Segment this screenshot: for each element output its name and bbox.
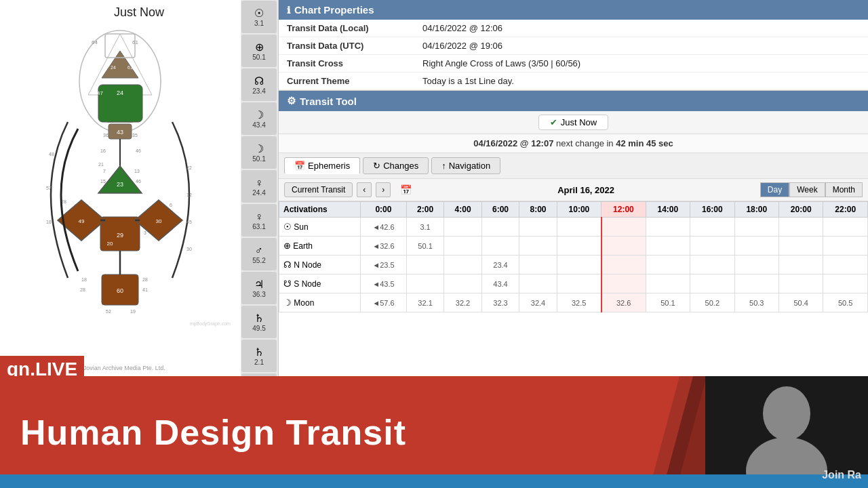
sun-sym: ☉ <box>283 222 292 232</box>
col-22: 22:00 <box>823 202 868 218</box>
svg-text:48: 48 <box>49 152 54 157</box>
sun-22 <box>823 218 868 237</box>
sun-icon: ☉ <box>254 7 264 20</box>
venus2-icon: ♀ <box>255 211 263 223</box>
snode-8 <box>519 274 557 293</box>
svg-text:15: 15 <box>100 179 106 184</box>
transit-header: ⚙ Transit Tool <box>279 91 868 111</box>
nnode-12 <box>601 256 646 274</box>
tab-navigation[interactable]: ↑ Navigation <box>431 157 500 174</box>
props-row-4: Current Theme Today is a 1st Line day. <box>279 73 868 90</box>
info-icon: ℹ <box>287 5 290 16</box>
svg-text:13: 13 <box>134 169 140 174</box>
sidebar-btn-8[interactable]: ♂ 55.2 <box>241 238 277 270</box>
snode-22 <box>823 274 868 293</box>
sidebar-btn-3[interactable]: ☊ 23.4 <box>241 68 277 101</box>
svg-text:24: 24 <box>117 89 123 96</box>
sun-18 <box>734 218 778 237</box>
refresh-icon: ↻ <box>373 161 380 171</box>
check-icon: ✔ <box>550 117 557 127</box>
sun-10 <box>557 218 601 237</box>
svg-text:7: 7 <box>103 169 106 174</box>
props-row-2: Transit Data (UTC) 04/16/2022 @ 19:06 <box>279 37 868 55</box>
table-row: ☊ N Node ◄23.5 23.4 <box>279 256 868 274</box>
moon-14: 50.1 <box>646 293 690 312</box>
svg-text:41: 41 <box>142 287 148 292</box>
view-month-button[interactable]: Month <box>825 182 863 197</box>
nnode-8 <box>519 256 557 274</box>
tab-ephemeris[interactable]: 📅 Ephemeris <box>284 157 360 174</box>
moon-18: 50.3 <box>734 293 778 312</box>
earth-icon: ⊕ <box>255 41 264 54</box>
sun-4 <box>444 218 481 237</box>
snode-20 <box>778 274 823 293</box>
snode-sym: ☋ <box>283 279 292 289</box>
svg-text:24: 24 <box>111 65 116 70</box>
nnode-20 <box>778 256 823 274</box>
moon-22: 50.5 <box>823 293 868 312</box>
earth-14 <box>646 237 690 256</box>
svg-text:23: 23 <box>117 181 123 188</box>
props-row-1: Transit Data (Local) 04/16/2022 @ 12:06 <box>279 20 868 37</box>
sidebar-btn-2[interactable]: ⊕ 50.1 <box>241 35 277 67</box>
col-0: 0:00 <box>361 202 407 218</box>
nnode-0: ◄23.5 <box>361 256 407 274</box>
tab-changes[interactable]: ↻ Changes <box>363 157 429 174</box>
sidebar-btn-7[interactable]: ♀ 63.1 <box>241 204 277 237</box>
sun-6 <box>481 218 519 237</box>
view-week-button[interactable]: Week <box>789 182 825 197</box>
earth-sym: ⊕ <box>283 241 291 251</box>
snode-18 <box>734 274 778 293</box>
sidebar-btn-5[interactable]: ☽ 50.1 <box>241 136 277 169</box>
nnode-16 <box>690 256 734 274</box>
earth-2: 50.1 <box>406 237 443 256</box>
earth-22 <box>823 237 868 256</box>
earth-8 <box>519 237 557 256</box>
svg-text:6: 6 <box>170 203 172 207</box>
nnode-6: 23.4 <box>481 256 519 274</box>
sidebar-btn-9[interactable]: ♃ 36.3 <box>241 272 277 304</box>
transit-tool: ⚙ Transit Tool ✔ Just Now 04/16/2022 @ 1… <box>279 91 868 376</box>
svg-text:45: 45 <box>186 220 192 224</box>
sidebar-btn-1[interactable]: ☉ 3.1 <box>241 1 277 33</box>
tool-tabs: 📅 Ephemeris ↻ Changes ↑ Navigation <box>279 153 868 179</box>
svg-text:57: 57 <box>46 186 52 190</box>
moon-10: 32.5 <box>557 293 601 312</box>
join-text: Join Ra <box>822 469 861 481</box>
svg-text:61: 61 <box>132 39 138 45</box>
svg-text:22: 22 <box>186 165 192 170</box>
sun-12 <box>601 218 646 237</box>
svg-text:12: 12 <box>186 192 192 197</box>
chart-props-header: ℹ Chart Properties <box>279 0 868 20</box>
calendar-icon: 📅 <box>400 184 412 195</box>
timeline-container[interactable]: Activations 0:00 2:00 4:00 6:00 8:00 10:… <box>279 201 868 376</box>
sidebar-btn-6[interactable]: ♀ 24.4 <box>241 170 277 203</box>
date-display: April 16, 2022 <box>416 185 755 195</box>
sidebar-btn-10[interactable]: ♄ 49.5 <box>241 306 277 338</box>
nnode-sym: ☊ <box>283 260 292 270</box>
planet-cell-sun: ☉ Sun <box>283 222 356 232</box>
col-20: 20:00 <box>778 202 823 218</box>
svg-text:3: 3 <box>144 230 146 235</box>
earth-18 <box>734 237 778 256</box>
svg-text:20: 20 <box>107 241 113 247</box>
venus-icon: ♀ <box>255 177 263 189</box>
view-day-button[interactable]: Day <box>760 182 789 197</box>
svg-text:61: 61 <box>127 65 133 70</box>
col-4: 4:00 <box>444 202 481 218</box>
moon-2: 32.1 <box>406 293 443 312</box>
moon-8: 32.4 <box>519 293 557 312</box>
svg-point-59 <box>763 386 810 441</box>
earth-16 <box>690 237 734 256</box>
just-now-button[interactable]: ✔ Just Now <box>538 115 608 130</box>
body-graph: 24 64 61 47 43 36 35 16 46 21 <box>0 20 241 332</box>
current-transit-button[interactable]: Current Transit <box>284 182 353 197</box>
next-date-button[interactable]: › <box>376 182 391 197</box>
moon-4: 32.2 <box>444 293 481 312</box>
prev-date-button[interactable]: ‹ <box>357 182 372 197</box>
svg-marker-5 <box>102 51 138 78</box>
moon-icon: ☽ <box>254 108 264 121</box>
col-12: 12:00 <box>601 202 646 218</box>
sidebar-btn-4[interactable]: ☽ 43.4 <box>241 102 277 135</box>
sidebar-btn-11[interactable]: ♄ 2.1 <box>241 340 277 372</box>
